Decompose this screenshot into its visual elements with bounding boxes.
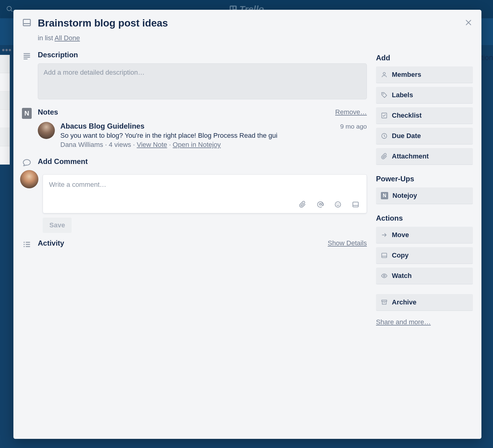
svg-point-21: [383, 94, 384, 94]
sidebar-duedate-button[interactable]: Due Date: [376, 128, 473, 144]
share-and-more-link[interactable]: Share and more…: [376, 318, 473, 326]
close-button[interactable]: [463, 17, 474, 28]
current-user-avatar: [20, 170, 38, 188]
card-sidebar: Add Members Labels Checklist Due Date At…: [376, 17, 473, 427]
card-icon: [23, 18, 31, 27]
sidebar-attachment-button[interactable]: Attachment: [376, 148, 473, 165]
sidebar-notejoy-button[interactable]: N Notejoy: [376, 187, 473, 204]
svg-point-26: [383, 275, 385, 277]
description-heading: Description: [38, 51, 367, 59]
sidebar-archive-button[interactable]: Archive: [376, 294, 473, 311]
card-embed-icon[interactable]: [352, 201, 359, 208]
notejoy-small-icon: N: [381, 192, 388, 199]
note-snippet: So you want to blog? You're in the right…: [60, 132, 367, 140]
activity-icon: [23, 240, 31, 249]
sidebar-members-button[interactable]: Members: [376, 66, 473, 83]
card-main: Brainstorm blog post ideas in list All D…: [22, 17, 367, 427]
sidebar-add-heading: Add: [376, 54, 473, 62]
labels-icon: [381, 92, 388, 98]
activity-section: Activity Show Details: [22, 239, 367, 249]
note-timestamp: 9 mo ago: [340, 123, 367, 130]
sidebar-watch-button[interactable]: Watch: [376, 268, 473, 284]
note-title[interactable]: Abacus Blog Guidelines: [60, 122, 144, 130]
view-note-link[interactable]: View Note: [137, 141, 167, 148]
sidebar-actions-heading: Actions: [376, 214, 473, 222]
svg-rect-12: [353, 202, 358, 207]
close-icon: [464, 18, 473, 27]
notes-heading: Notes: [38, 108, 58, 116]
description-input[interactable]: Add a more detailed description…: [38, 63, 367, 99]
svg-rect-24: [382, 253, 387, 258]
sidebar-move-button[interactable]: Move: [376, 227, 473, 244]
notejoy-icon: N: [22, 108, 32, 119]
archive-icon: [381, 299, 388, 306]
svg-rect-3: [23, 20, 30, 26]
arrow-right-icon: [381, 232, 388, 238]
copy-icon: [381, 252, 388, 259]
card-title[interactable]: Brainstorm blog post ideas: [38, 17, 367, 29]
eye-icon: [381, 272, 388, 279]
show-details-link[interactable]: Show Details: [328, 239, 367, 247]
paperclip-icon: [381, 153, 388, 160]
svg-point-11: [339, 203, 339, 204]
mention-icon[interactable]: [317, 201, 324, 208]
card-list-location: in list All Done: [38, 34, 367, 42]
notes-section: N Notes Remove… Abacus Blog Guidelines 9…: [22, 108, 367, 149]
comment-input[interactable]: [43, 175, 367, 200]
clock-icon: [381, 133, 388, 139]
background-list: •••: [0, 45, 10, 165]
members-icon: [381, 71, 388, 78]
sidebar-copy-button[interactable]: Copy: [376, 247, 473, 264]
description-section: Description Add a more detailed descript…: [22, 51, 367, 99]
open-in-notejoy-link[interactable]: Open in Notejoy: [173, 141, 221, 148]
card-detail-modal: Brainstorm blog post ideas in list All D…: [13, 10, 481, 439]
svg-point-9: [335, 202, 341, 207]
sidebar-powerups-heading: Power-Ups: [376, 175, 473, 183]
checklist-icon: [381, 112, 388, 119]
card-header-section: Brainstorm blog post ideas in list All D…: [22, 17, 367, 42]
add-comment-section: Add Comment: [22, 157, 367, 167]
svg-rect-27: [382, 300, 387, 302]
sidebar-checklist-button[interactable]: Checklist: [376, 107, 473, 124]
save-comment-button[interactable]: Save: [43, 218, 72, 233]
svg-rect-2: [234, 7, 236, 9]
note-author-avatar: [38, 122, 55, 139]
add-comment-heading: Add Comment: [38, 157, 367, 166]
svg-point-10: [337, 203, 338, 204]
emoji-icon[interactable]: [334, 201, 342, 208]
background-text-clip: tion: [481, 53, 493, 62]
activity-heading: Activity: [38, 239, 64, 247]
comment-icon: [23, 158, 31, 167]
attachment-icon[interactable]: [299, 201, 306, 208]
description-icon: [23, 52, 31, 60]
note-meta: Dana Williams · 4 views · View Note · Op…: [60, 141, 367, 149]
list-link[interactable]: All Done: [55, 34, 80, 42]
svg-point-20: [383, 73, 385, 75]
comment-box: [43, 174, 367, 213]
notes-remove-link[interactable]: Remove…: [335, 108, 367, 116]
search-icon[interactable]: [5, 5, 14, 13]
sidebar-labels-button[interactable]: Labels: [376, 87, 473, 104]
